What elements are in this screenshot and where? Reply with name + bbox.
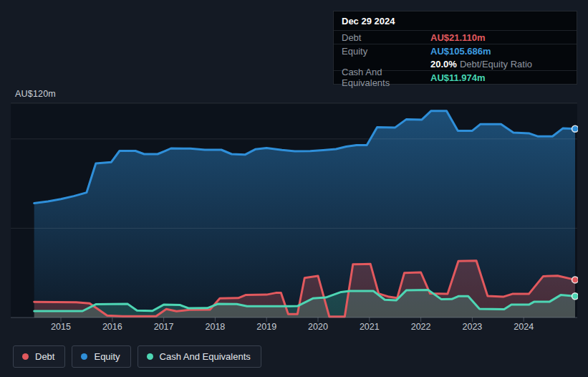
tooltip-cash-value: AU$11.974m [430, 72, 486, 83]
legend-label-equity: Equity [94, 351, 120, 362]
debt-endpoint-marker[interactable] [572, 277, 579, 283]
equity-legend-dot-icon [81, 353, 87, 360]
tooltip-cash-row: Cash And Equivalents AU$11.974m [334, 70, 577, 84]
x-axis-label-2023: 2023 [454, 322, 490, 332]
debt-equity-history-chart: AU$120m AU$0 201520162017201820192020202… [0, 0, 588, 377]
x-axis-label-2024: 2024 [506, 322, 541, 332]
x-axis-label-2017: 2017 [146, 322, 182, 332]
tooltip-equity-label: Equity [342, 46, 430, 57]
legend-label-cash: Cash And Equivalents [160, 351, 251, 362]
tooltip-debt-label: Debt [342, 32, 430, 43]
legend-item-debt[interactable]: Debt [13, 345, 65, 368]
legend-item-equity[interactable]: Equity [72, 345, 130, 368]
cash-endpoint-marker[interactable] [572, 293, 579, 300]
tooltip-equity-value: AU$105.686m [430, 46, 491, 57]
debt-legend-dot-icon [22, 353, 29, 360]
x-axis-label-2019: 2019 [249, 322, 284, 332]
x-axis-label-2020: 2020 [300, 322, 336, 332]
chart-tooltip: Dec 29 2024 Debt AU$21.110m Equity AU$10… [333, 11, 577, 85]
legend-label-debt: Debt [35, 351, 54, 362]
tooltip-debt-value: AU$21.110m [430, 32, 486, 43]
equity-endpoint-marker[interactable] [572, 125, 579, 132]
tooltip-cash-label: Cash And Equivalents [342, 67, 430, 88]
x-axis-label-2021: 2021 [352, 322, 387, 332]
x-axis-label-2015: 2015 [43, 322, 79, 332]
x-axis-label-2016: 2016 [95, 322, 130, 332]
legend: Debt Equity Cash And Equivalents [13, 345, 261, 368]
legend-item-cash[interactable]: Cash And Equivalents [138, 345, 261, 368]
tooltip-debt-row: Debt AU$21.110m [334, 30, 577, 44]
cash-legend-dot-icon [147, 353, 153, 360]
tooltip-date: Dec 29 2024 [334, 11, 577, 30]
tooltip-ratio-value: 20.0%Debt/Equity Ratio [430, 59, 532, 70]
x-axis-label-2018: 2018 [197, 322, 233, 332]
x-axis-label-2022: 2022 [403, 322, 439, 332]
tooltip-equity-row: Equity AU$105.686m [334, 44, 577, 57]
